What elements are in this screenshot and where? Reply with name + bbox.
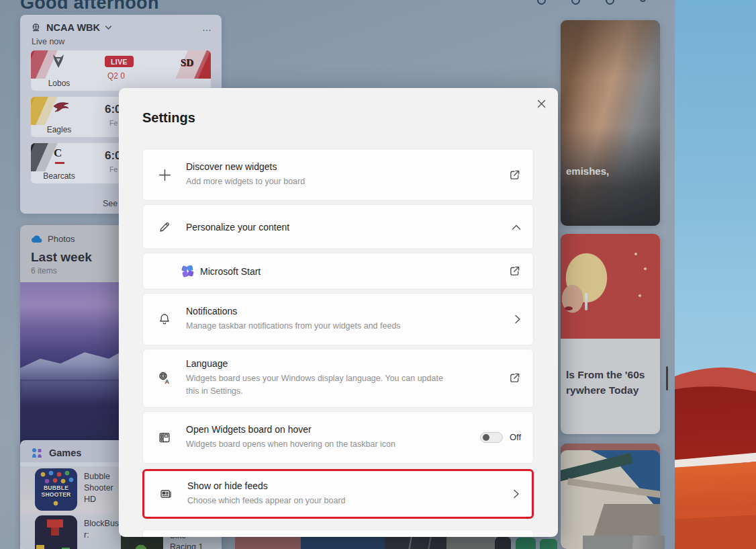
photos-app-label: Photos (48, 234, 75, 244)
news-card[interactable] (561, 444, 660, 549)
scrollbar-thumb[interactable] (666, 366, 668, 390)
chevron-down-icon[interactable] (105, 25, 112, 30)
settings-dialog: Settings Discover new widgets Add more w… (119, 88, 558, 537)
eagles-logo-icon (51, 101, 71, 118)
chevron-up-icon (512, 224, 521, 230)
basketball-icon (31, 23, 41, 33)
row-title: Notifications (186, 306, 506, 316)
news-card-image (561, 234, 660, 339)
game-row[interactable]: Lobos LIVE Q2 0 SD (31, 50, 211, 91)
row-subtitle: Widgets board uses your Windows display … (186, 372, 455, 398)
sports-widget-title: NCAA WBK (46, 22, 100, 33)
row-title: Open Widgets board on hover (186, 424, 472, 435)
toggle-knob (483, 434, 489, 441)
news-card[interactable]: ls From the '60s rywhere Today (561, 234, 660, 434)
background-content (540, 539, 557, 549)
background-content (385, 536, 446, 549)
game-date: Fe (109, 165, 117, 173)
game-status: Q2 0 (107, 71, 125, 81)
translate-icon: A (158, 371, 172, 385)
background-content (446, 536, 495, 549)
games-icon (31, 448, 43, 458)
settings-rows: Discover new widgets Add more widgets to… (142, 149, 534, 537)
team-name: Bearcats (31, 171, 87, 181)
microsoft-start-icon (182, 265, 193, 277)
toolbar-icon[interactable] (537, 0, 546, 5)
widgets-board-icon (158, 431, 171, 444)
team-name: Lobos (31, 79, 87, 88)
bearcats-logo-bar (55, 162, 64, 164)
bell-icon (158, 312, 171, 326)
svg-text:A: A (164, 378, 169, 385)
row-subtitle: Widgets board opens when hovering on the… (186, 438, 472, 451)
games-widget-title: Games (49, 448, 81, 458)
game-date: Fe (109, 119, 117, 127)
external-link-icon (508, 265, 521, 278)
news-headline: emishes, (566, 165, 609, 177)
row-title: Personalize your content (186, 222, 504, 233)
board-toolbar (537, 0, 646, 5)
settings-row-notifications[interactable]: Notifications Manage taskbar notificatio… (142, 293, 534, 345)
chevron-right-icon (514, 314, 521, 324)
settings-row-discover-widgets[interactable]: Discover new widgets Add more widgets to… (142, 149, 534, 201)
row-title: Show or hide feeds (187, 480, 505, 491)
close-button[interactable] (532, 95, 551, 112)
opponent-logo: SD (181, 57, 193, 69)
news-card[interactable]: emishes, (561, 20, 660, 226)
row-title: Microsoft Start (200, 266, 261, 277)
feeds-icon (159, 487, 173, 501)
row-subtitle: Add more widgets to your board (186, 175, 475, 188)
close-icon (537, 99, 546, 108)
row-title: Language (186, 358, 500, 369)
row-subtitle: Manage taskbar notifications from your w… (186, 320, 475, 333)
external-link-icon (508, 169, 521, 181)
onedrive-cloud-icon (31, 235, 42, 243)
toggle-state-label: Off (510, 432, 521, 442)
hover-toggle[interactable] (480, 432, 503, 443)
news-card-image (561, 450, 660, 549)
pencil-icon (158, 220, 171, 234)
widget-menu-button[interactable]: … (202, 22, 212, 33)
background-content (301, 536, 385, 549)
background-content (516, 538, 536, 549)
settings-row-partial[interactable]: Widget (142, 530, 534, 537)
greeting-heading: Good afternoon (20, 0, 159, 13)
bubble-shooter-icon: BUBBLE SHOOTER (35, 468, 77, 511)
settings-row-language[interactable]: A Language Widgets board uses your Windo… (142, 349, 534, 408)
widgets-board-screen: Good afternoon NCAA WBK … Live now (0, 0, 756, 549)
chevron-right-icon (513, 489, 520, 499)
background-content (583, 536, 665, 549)
background-content (235, 536, 301, 549)
external-link-icon (508, 372, 521, 384)
bearcats-logo-icon: C (54, 146, 62, 160)
toolbar-icon[interactable] (606, 0, 614, 5)
settings-row-open-on-hover[interactable]: Open Widgets board on hover Widgets boar… (142, 411, 534, 464)
row-title: Discover new widgets (186, 161, 500, 172)
news-headline: ls From the '60s rywhere Today (561, 339, 660, 398)
toolbar-icon[interactable] (571, 0, 580, 5)
dialog-title: Settings (142, 110, 195, 126)
settings-row-microsoft-start[interactable]: Microsoft Start (142, 253, 534, 290)
lobos-logo-icon (50, 52, 67, 70)
team-name: Eagles (31, 125, 87, 134)
row-subtitle: Choose which feeds appear on your board (187, 495, 476, 507)
settings-row-show-hide-feeds[interactable]: Show or hide feeds Choose which feeds ap… (142, 469, 534, 519)
live-badge: LIVE (105, 56, 134, 67)
blockbuster-icon (35, 515, 77, 549)
news-card-image (561, 20, 660, 226)
live-now-label: Live now (32, 37, 222, 46)
settings-row-personalize[interactable]: Personalize your content (142, 204, 534, 249)
toolbar-icon[interactable] (640, 0, 646, 2)
plus-icon (158, 168, 172, 182)
